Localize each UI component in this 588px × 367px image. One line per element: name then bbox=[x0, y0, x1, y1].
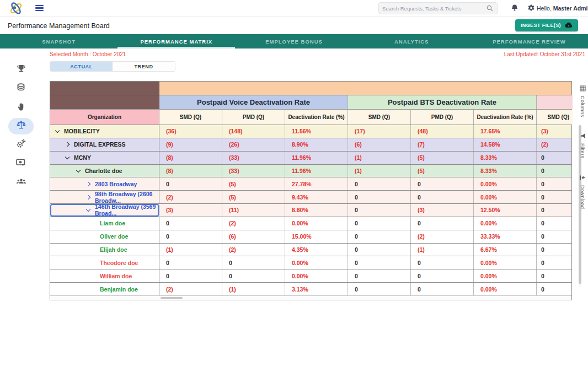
value-cell: (2) bbox=[411, 230, 474, 243]
table-row[interactable]: Liam doe0(2)0.00%000.00%0 bbox=[50, 217, 571, 230]
value-cell: (8) bbox=[159, 165, 222, 177]
value-cell: 0 bbox=[348, 204, 411, 217]
tab-snapshot[interactable]: SNAPSHOT bbox=[0, 34, 117, 48]
sidebar-item-approvals[interactable] bbox=[8, 99, 34, 116]
value-cell: 0 bbox=[411, 283, 474, 295]
value-cell: 0 bbox=[222, 256, 285, 269]
filters-panel-button[interactable]: Filters bbox=[580, 131, 586, 158]
value-cell: (1) bbox=[159, 244, 222, 256]
organization-cell[interactable]: Charlotte doe bbox=[50, 165, 159, 177]
organization-cell[interactable]: 146th Broadway (3569 Broad... bbox=[50, 204, 159, 217]
value-column-header: Deactivation Rate (%) bbox=[285, 110, 348, 125]
table-row[interactable]: Theodore doe000.00%000.00%0 bbox=[50, 256, 571, 269]
value-cell: 0 bbox=[159, 177, 222, 190]
value-cell: 0 bbox=[537, 217, 573, 230]
table-row[interactable]: Elijah doe(1)(2)4.35%0(1)6.67%0 bbox=[50, 243, 571, 256]
organization-cell[interactable]: Theodore doe bbox=[50, 256, 159, 269]
sidebar-item-earnings[interactable] bbox=[8, 80, 34, 97]
table-row[interactable]: Charlotte doe(8)(33)11.96%(1)(5)8.33%0 bbox=[50, 164, 571, 177]
value-cell: 11.56% bbox=[285, 125, 348, 138]
selected-month-label: Selected Month : October 2021 bbox=[50, 51, 126, 57]
organization-cell[interactable]: MOBILECITY bbox=[50, 125, 159, 138]
page-title: Performance Management Board bbox=[8, 22, 110, 30]
settings-gear-icon[interactable] bbox=[527, 4, 535, 14]
chevron-down-icon[interactable] bbox=[55, 128, 60, 133]
organization-cell[interactable]: MCNY bbox=[50, 152, 159, 164]
value-cell: (8) bbox=[159, 152, 222, 164]
organization-cell[interactable]: DIGITAL EXPRESS bbox=[50, 138, 159, 151]
organization-cell[interactable]: Liam doe bbox=[50, 217, 159, 230]
chevron-right-icon[interactable] bbox=[86, 195, 90, 199]
organization-cell[interactable]: Benjamin doe bbox=[50, 283, 159, 295]
sidebar-item-performance-matrix[interactable] bbox=[8, 118, 34, 134]
organization-name: Benjamin doe bbox=[100, 286, 138, 293]
search-input[interactable] bbox=[379, 6, 487, 12]
notifications-bell-icon[interactable] bbox=[511, 4, 518, 14]
table-row[interactable]: MCNY(8)(33)11.96%(1)(5)8.33%0 bbox=[50, 151, 571, 164]
chevron-down-icon[interactable] bbox=[76, 168, 81, 172]
chevron-down-icon[interactable] bbox=[86, 207, 90, 212]
value-cell: 0.00% bbox=[285, 256, 348, 269]
tab-performance-matrix[interactable]: PERFORMANCE MATRIX bbox=[117, 34, 235, 48]
value-cell: 0.00% bbox=[474, 191, 537, 203]
organization-cell[interactable]: Elijah doe bbox=[50, 244, 159, 256]
column-group-header: Postpaid BTS Deactivation Rate bbox=[348, 95, 537, 109]
actual-toggle-button[interactable]: ACTUAL bbox=[50, 62, 113, 71]
organization-cell[interactable]: 2803 Broadway bbox=[50, 177, 159, 190]
table-side-toolbar: Columns Filters Download bbox=[578, 84, 587, 209]
sidebar-item-teams[interactable] bbox=[8, 174, 34, 191]
organization-cell[interactable]: William doe bbox=[50, 269, 159, 282]
value-cell: 12.50% bbox=[474, 204, 537, 217]
organization-name: 98th Broadway (2606 Broadw... bbox=[95, 191, 159, 204]
value-cell: (33) bbox=[222, 165, 285, 177]
value-cell: (148) bbox=[222, 125, 285, 138]
value-cell: 3.13% bbox=[285, 283, 348, 295]
ingest-files-button[interactable]: INGEST FILE(S) bbox=[515, 19, 578, 31]
table-row[interactable]: 146th Broadway (3569 Broad...(3)(11)8.80… bbox=[50, 203, 571, 217]
value-cell: 0 bbox=[159, 256, 222, 269]
tab-performance-review[interactable]: PERFORMANCE REVIEW bbox=[471, 34, 588, 48]
table-row[interactable]: Benjamin doe(2)(1)3.13%000.00%0 bbox=[50, 282, 571, 295]
value-cell: (3) bbox=[411, 204, 474, 217]
download-button[interactable]: Download bbox=[580, 173, 586, 209]
trend-toggle-button[interactable]: TREND bbox=[113, 62, 175, 71]
value-cell: 0.00% bbox=[474, 217, 537, 230]
tab-analytics[interactable]: ANALYTICS bbox=[353, 34, 471, 48]
horizontal-scrollbar[interactable] bbox=[50, 295, 571, 300]
value-cell: (6) bbox=[348, 138, 411, 151]
horizontal-scrollbar-thumb[interactable] bbox=[161, 297, 183, 299]
value-cell: 0 bbox=[222, 269, 285, 282]
table-row[interactable]: Oliver doe0(6)15.00%0(2)33.33%0 bbox=[50, 230, 571, 243]
coins-icon bbox=[16, 83, 26, 95]
columns-panel-button[interactable]: Columns bbox=[580, 84, 586, 117]
sidebar-item-rewards[interactable] bbox=[8, 62, 34, 78]
hamburger-menu-icon[interactable] bbox=[35, 5, 44, 12]
table-row[interactable]: 98th Broadway (2606 Broadw...(2)(5)9.43%… bbox=[50, 190, 571, 203]
actual-trend-toggle: ACTUAL TREND bbox=[50, 61, 175, 72]
app-logo-icon bbox=[9, 1, 23, 17]
value-cell: 0 bbox=[348, 191, 411, 203]
table-row[interactable]: MOBILECITY(36)(148)11.56%(17)(48)17.65%(… bbox=[50, 125, 571, 138]
chevron-right-icon[interactable] bbox=[65, 142, 70, 147]
table-row[interactable]: DIGITAL EXPRESS(9)(26)8.90%(6)(7)14.58%(… bbox=[50, 138, 571, 151]
value-cell: 0 bbox=[348, 177, 411, 190]
value-cell: 8.33% bbox=[474, 165, 537, 177]
sidebar-item-payouts[interactable] bbox=[8, 155, 34, 172]
user-greeting: Hello, Master Administrat bbox=[537, 5, 588, 12]
organization-cell[interactable]: 98th Broadway (2606 Broadw... bbox=[50, 191, 159, 203]
chevron-down-icon[interactable] bbox=[65, 155, 70, 159]
value-cell: 15.00% bbox=[285, 230, 348, 243]
table-row[interactable]: 2803 Broadway0(5)27.78%000.00%0 bbox=[50, 177, 571, 190]
scales-icon bbox=[16, 120, 26, 133]
tab-employee-bonus[interactable]: EMPLOYEE BONUS bbox=[235, 34, 352, 48]
sidebar-item-configuration[interactable] bbox=[8, 137, 34, 153]
organization-name: Oliver doe bbox=[100, 233, 128, 240]
value-cell: (1) bbox=[222, 283, 285, 295]
value-cell: (17) bbox=[348, 125, 411, 138]
table-row[interactable]: William doe000.00%000.00%0 bbox=[50, 269, 571, 282]
value-cell: 14.58% bbox=[474, 138, 537, 151]
header-columns-row: Organization SMD (Q)PMD (Q)Deactivation … bbox=[50, 109, 571, 125]
organization-cell[interactable]: Oliver doe bbox=[50, 230, 159, 243]
value-cell: 8.90% bbox=[285, 138, 348, 151]
chevron-right-icon[interactable] bbox=[86, 182, 90, 186]
